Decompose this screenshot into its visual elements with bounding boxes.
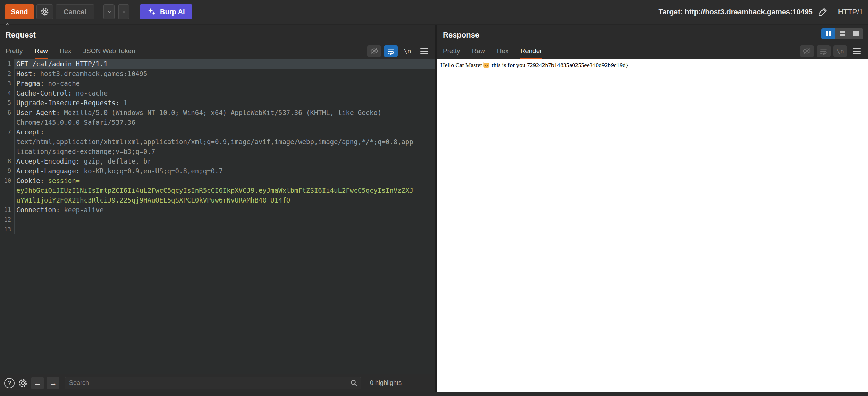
line-number: 8 bbox=[0, 156, 15, 166]
gear-icon bbox=[18, 378, 28, 388]
request-tab-pretty[interactable]: Pretty bbox=[6, 47, 23, 59]
request-tab-hex[interactable]: Hex bbox=[60, 47, 71, 59]
request-tabs: Pretty Raw Hex JSON Web Token bbox=[0, 44, 435, 59]
line-content: Accept-Encoding: gzip, deflate, br bbox=[15, 156, 435, 166]
word-wrap-button[interactable] bbox=[384, 45, 398, 57]
square-icon bbox=[853, 31, 859, 36]
line-content: User-Agent: Mozilla/5.0 (Windows NT 10.0… bbox=[15, 108, 435, 117]
line-content: eyJhbGciOiJIUzI1NiIsImtpZCI6Ii4uL2FwcC5q… bbox=[15, 185, 435, 195]
line-number: 9 bbox=[0, 166, 15, 176]
line-content bbox=[15, 224, 435, 234]
request-menu-button[interactable] bbox=[417, 45, 431, 57]
search-settings-button[interactable] bbox=[18, 378, 28, 388]
repeater-main: Request Pretty Raw Hex JSON Web Token bbox=[0, 25, 868, 392]
cancel-button[interactable]: Cancel bbox=[56, 4, 94, 19]
line-content: GET /cat/admin HTTP/1.1 bbox=[15, 59, 435, 69]
editor-row[interactable]: 4Cache-Control: no-cache bbox=[0, 88, 435, 98]
response-tab-render[interactable]: Render bbox=[520, 47, 542, 59]
response-body-text: Hello Cat Master this is for you 729242b… bbox=[437, 59, 868, 69]
response-menu-button[interactable] bbox=[850, 45, 864, 57]
editor-row[interactable]: 8Accept-Encoding: gzip, deflate, br bbox=[0, 156, 435, 166]
response-title: Response bbox=[437, 25, 868, 44]
response-render-pane[interactable]: Hello Cat Master this is for you 729242b… bbox=[437, 59, 868, 392]
layout-switcher bbox=[821, 28, 863, 39]
line-number bbox=[0, 147, 15, 156]
search-input[interactable] bbox=[65, 377, 361, 389]
history-back-group bbox=[103, 4, 115, 19]
history-forward-dropdown[interactable] bbox=[118, 5, 129, 19]
line-content: text/html,application/xhtml+xml,applicat… bbox=[15, 137, 435, 147]
editor-row[interactable]: 2Host: host3.dreamhack.games:10495 bbox=[0, 69, 435, 79]
pencil-icon[interactable] bbox=[818, 7, 828, 17]
response-tabs: Pretty Raw Hex Render bbox=[437, 44, 868, 59]
word-wrap-icon bbox=[387, 47, 395, 55]
arrow-left-icon: ← bbox=[34, 379, 41, 388]
bottom-strip bbox=[0, 392, 868, 396]
editor-row[interactable]: Chrome/145.0.0.0 Safari/537.36 bbox=[0, 117, 435, 127]
hide-nonprintable-button[interactable] bbox=[800, 45, 814, 57]
pause-icon bbox=[826, 31, 831, 36]
editor-row[interactable]: 10Cookie: session= bbox=[0, 176, 435, 185]
line-content: Cookie: session= bbox=[15, 176, 435, 185]
hide-nonprintable-button[interactable] bbox=[367, 45, 381, 57]
line-content: Accept: bbox=[15, 127, 435, 137]
line-content: Pragma: no-cache bbox=[15, 79, 435, 88]
editor-row[interactable]: 3Pragma: no-cache bbox=[0, 79, 435, 88]
line-number bbox=[0, 185, 15, 195]
response-tab-hex[interactable]: Hex bbox=[497, 47, 509, 59]
target-url: Target: http://host3.dreamhack.games:104… bbox=[658, 8, 812, 16]
newline-icon: \n bbox=[404, 48, 411, 55]
line-number: 4 bbox=[0, 88, 15, 98]
editor-row[interactable]: uYW1lIjoiY2F0X21hc3RlciJ9.225qj9HAuQEL5q… bbox=[0, 195, 435, 205]
response-tab-pretty[interactable]: Pretty bbox=[443, 47, 460, 59]
line-number: 1 bbox=[0, 59, 15, 69]
word-wrap-icon bbox=[819, 47, 828, 55]
burp-ai-button[interactable]: Burp AI bbox=[140, 4, 192, 19]
word-wrap-button[interactable] bbox=[817, 45, 831, 57]
request-tab-jwt[interactable]: JSON Web Token bbox=[83, 47, 135, 59]
line-number: 13 bbox=[0, 224, 15, 234]
editor-row[interactable]: 11Connection: keep-alive bbox=[0, 205, 435, 215]
editor-row[interactable]: 7Accept: bbox=[0, 127, 435, 137]
line-number bbox=[0, 195, 15, 205]
editor-row[interactable]: lication/signed-exchange;v=b3;q=0.7 bbox=[0, 147, 435, 156]
editor-row[interactable]: 12 bbox=[0, 215, 435, 224]
editor-row[interactable]: eyJhbGciOiJIUzI1NiIsImtpZCI6Ii4uL2FwcC5q… bbox=[0, 185, 435, 195]
layout-rows-button[interactable] bbox=[835, 28, 849, 39]
editor-row[interactable]: 9Accept-Language: ko-KR,ko;q=0.9,en-US;q… bbox=[0, 166, 435, 176]
editor-row[interactable]: 5Upgrade-Insecure-Requests: 1 bbox=[0, 98, 435, 108]
line-content: Connection: keep-alive bbox=[15, 205, 435, 215]
search-prev-button[interactable]: ← bbox=[31, 377, 44, 389]
send-button[interactable]: Send bbox=[5, 4, 34, 19]
history-back-dropdown[interactable] bbox=[104, 5, 114, 19]
newline-icon: \n bbox=[836, 48, 844, 55]
line-number: 12 bbox=[0, 215, 15, 224]
show-newlines-button[interactable]: \n bbox=[401, 45, 414, 57]
request-editor-rows: 1GET /cat/admin HTTP/1.12Host: host3.dre… bbox=[0, 59, 435, 234]
arrow-right-icon: → bbox=[49, 379, 57, 388]
top-toolbar: Send Cancel bbox=[0, 0, 868, 24]
cat-emoji bbox=[483, 62, 490, 68]
editor-row[interactable]: text/html,application/xhtml+xml,applicat… bbox=[0, 137, 435, 147]
line-content: lication/signed-exchange;v=b3;q=0.7 bbox=[15, 147, 435, 156]
request-tab-raw[interactable]: Raw bbox=[35, 47, 48, 59]
response-editor-toolbar: \n bbox=[800, 45, 864, 57]
request-title: Request bbox=[0, 25, 435, 44]
response-tab-raw[interactable]: Raw bbox=[472, 47, 485, 59]
gear-icon bbox=[40, 7, 50, 17]
http-version-selector[interactable]: HTTP/1 bbox=[833, 8, 863, 16]
layout-single-button[interactable] bbox=[849, 28, 863, 39]
editor-row[interactable]: 1GET /cat/admin HTTP/1.1 bbox=[0, 59, 435, 69]
show-newlines-button[interactable]: \n bbox=[833, 45, 847, 57]
line-number: 6 bbox=[0, 108, 15, 117]
highlights-count: 0 highlights bbox=[370, 379, 402, 387]
editor-row[interactable]: 13 bbox=[0, 224, 435, 234]
help-icon[interactable]: ? bbox=[4, 378, 15, 388]
editor-row[interactable]: 6User-Agent: Mozilla/5.0 (Windows NT 10.… bbox=[0, 108, 435, 117]
line-number: 5 bbox=[0, 98, 15, 108]
send-settings-button[interactable] bbox=[36, 4, 53, 19]
request-editor[interactable]: 1GET /cat/admin HTTP/1.12Host: host3.dre… bbox=[0, 59, 435, 374]
line-number: 11 bbox=[0, 205, 15, 215]
layout-columns-button[interactable] bbox=[821, 28, 835, 39]
search-next-button[interactable]: → bbox=[47, 377, 59, 389]
